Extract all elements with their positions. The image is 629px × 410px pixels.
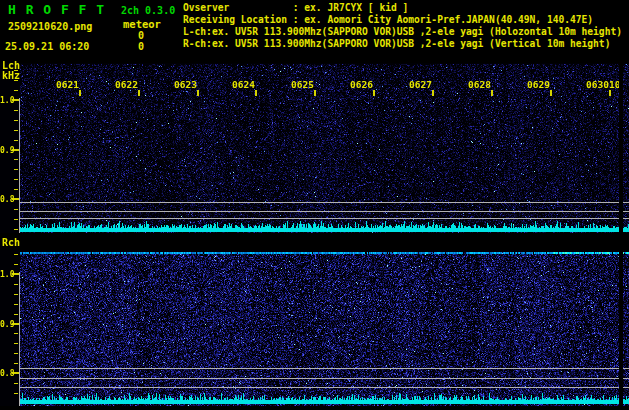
- time-tick-label: 0630: [584, 79, 609, 90]
- rch-spectrogram-canvas: [0, 250, 629, 406]
- version-label: 2ch 0.3.0: [121, 5, 175, 16]
- app-title: H R O F F T: [8, 2, 105, 17]
- time-tick-label: 0626: [348, 79, 373, 90]
- time-tick-label: 0624: [230, 79, 255, 90]
- meteor-label: meteor: [123, 18, 161, 30]
- freq-tick-label: 0.8: [0, 369, 14, 378]
- freq-tick-label: 1.0: [0, 96, 14, 105]
- freq-tick-label: 0.9: [0, 320, 14, 329]
- freq-tick-label: 0.8: [0, 195, 14, 204]
- meteor-count-left: 0: [138, 30, 144, 41]
- time-tick-label: 0622: [113, 79, 138, 90]
- time-tick-label: 0623: [172, 79, 197, 90]
- time-tick-label-partial: 10: [609, 79, 619, 90]
- hrofft-window: H R O F F T 2ch 0.3.0 2509210620.png met…: [0, 0, 629, 410]
- rch-label: Rch: [2, 237, 20, 248]
- time-tick-label: 0625: [289, 79, 314, 90]
- datetime-label: 25.09.21 06:20: [5, 41, 89, 52]
- time-tick-label: 0629: [525, 79, 550, 90]
- time-tick-label: 0621: [54, 79, 79, 90]
- time-tick-label: 0627: [407, 79, 432, 90]
- observer-line: Ovserver : ex. JR7CYX [ kid ]: [183, 2, 408, 14]
- freq-tick-label: 1.0: [0, 270, 14, 279]
- location-line: Receiving Location : ex. Aomori City Aom…: [183, 14, 593, 26]
- meteor-count-right: 0: [138, 41, 144, 52]
- rch-config-line: R-ch:ex. UV5R 113.900Mhz(SAPPORO VOR)USB…: [183, 38, 610, 50]
- lch-config-line: L-ch:ex. UV5R 113.900Mhz(SAPPORO VOR)USB…: [183, 26, 622, 38]
- time-tick-label: 0628: [466, 79, 491, 90]
- freq-tick-label: 0.9: [0, 146, 14, 155]
- khz-unit-label: kHz: [2, 70, 20, 81]
- filename-label: 2509210620.png: [8, 21, 92, 32]
